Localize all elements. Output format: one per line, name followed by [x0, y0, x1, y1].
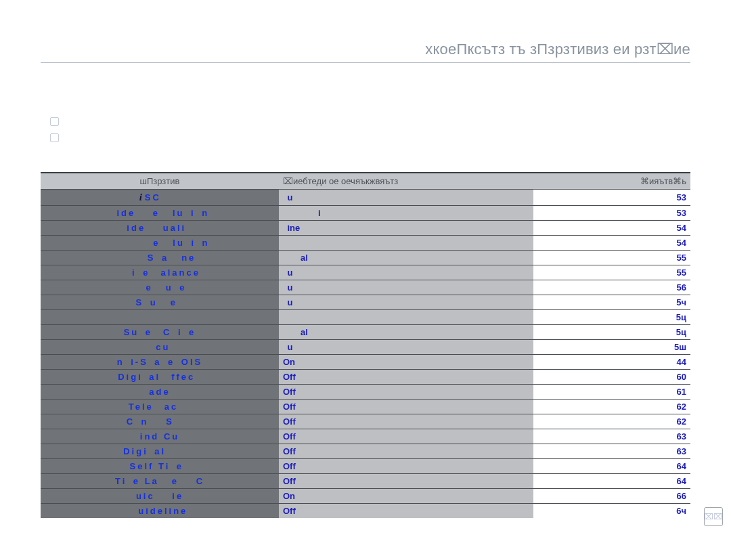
- cell-default: On: [279, 489, 533, 504]
- table-row: S a ne al55: [41, 251, 690, 265]
- cell-page[interactable]: 54: [533, 221, 690, 236]
- divider-top: [41, 62, 690, 63]
- cell-item[interactable]: uic ie: [41, 489, 279, 504]
- cell-page[interactable]: 5ц: [533, 310, 690, 325]
- cell-item-label: ade: [143, 387, 177, 397]
- sub-links: [50, 115, 690, 144]
- cell-page[interactable]: 64: [533, 459, 690, 474]
- cell-default: al: [279, 251, 533, 265]
- sub-link-1-label: [70, 115, 170, 127]
- cell-page[interactable]: 56: [533, 280, 690, 295]
- cell-item[interactable]: Su e C i e: [41, 325, 279, 340]
- cell-default: u: [279, 340, 533, 355]
- cell-page[interactable]: 5ш: [533, 340, 690, 355]
- page-number: ⌧⌧: [704, 507, 723, 526]
- table-row: uic ie On66: [41, 489, 690, 504]
- cell-page[interactable]: 5ч: [533, 295, 690, 310]
- cell-item[interactable]: i e alance: [41, 265, 279, 280]
- cell-item-label: [154, 312, 167, 322]
- cell-item-label: Tele ac: [129, 402, 192, 412]
- cell-default: Off: [279, 459, 533, 474]
- page-title: [41, 78, 690, 99]
- cell-item-label: e lu i n: [110, 238, 210, 248]
- cell-default: Off: [279, 414, 533, 429]
- cell-default: [279, 236, 533, 251]
- cell-page[interactable]: 63: [533, 444, 690, 459]
- cell-item[interactable]: e u e: [41, 280, 279, 295]
- cell-item[interactable]: Digi al ffec: [41, 370, 279, 385]
- chapter-title: хкоеПксътз тъ зПзрзтивиз еи рзт⌧ие: [41, 41, 690, 58]
- cell-item[interactable]: ide uali: [41, 221, 279, 236]
- cell-page[interactable]: 55: [533, 265, 690, 280]
- cell-default: u: [279, 190, 533, 206]
- cell-item-label: ide uali: [120, 223, 199, 233]
- table-row: Su e C i e al5ц: [41, 325, 690, 340]
- cell-page[interactable]: 55: [533, 251, 690, 265]
- cell-item-label: ind Cu: [133, 431, 185, 441]
- cell-page[interactable]: 62: [533, 400, 690, 414]
- cell-item[interactable]: n i-S a e OIS: [41, 355, 279, 370]
- cell-item[interactable]: S u e: [41, 295, 279, 310]
- th-item: шПзрзтив: [41, 173, 279, 190]
- cell-page[interactable]: 5ц: [533, 325, 690, 340]
- cell-item-label: n i-S a e OIS: [110, 357, 208, 367]
- cell-item-label: Ti e La e C: [115, 476, 204, 486]
- cell-default: i: [279, 206, 533, 221]
- table-row: S u e u 5ч: [41, 295, 690, 310]
- cell-page[interactable]: 66: [533, 489, 690, 504]
- cell-default: Off: [279, 400, 533, 414]
- cell-page[interactable]: 53: [533, 190, 690, 206]
- cell-page[interactable]: 62: [533, 414, 690, 429]
- table-row: Ti e La e COff64: [41, 474, 690, 489]
- table-row: Digi al ffec Off60: [41, 370, 690, 385]
- cell-item[interactable]: Ti e La e C: [41, 474, 279, 489]
- table-header-row: шПзрзтив ⌧иебтеди ое оечяъкжвяътз ⌘ияътв…: [41, 173, 690, 190]
- settings-table: шПзрзтив ⌧иебтеди ое оечяъкжвяътз ⌘ияътв…: [41, 173, 690, 518]
- cell-item[interactable]: [41, 310, 279, 325]
- cell-page[interactable]: 61: [533, 385, 690, 400]
- cell-item[interactable]: ide e lu i n: [41, 206, 279, 221]
- cell-page[interactable]: 63: [533, 429, 690, 444]
- cell-item-label: SC: [145, 192, 181, 202]
- table-row: e lu i n 54: [41, 236, 690, 251]
- cell-page[interactable]: 64: [533, 474, 690, 489]
- cell-default: Off: [279, 429, 533, 444]
- cell-item[interactable]: cu: [41, 340, 279, 355]
- cell-item-label: i e alance: [119, 267, 200, 278]
- cell-item-label: uideline: [132, 506, 188, 516]
- bullet-icon: [50, 117, 59, 126]
- cell-item[interactable]: ade: [41, 385, 279, 400]
- sub-link-1[interactable]: [50, 115, 690, 127]
- th-default: ⌧иебтеди ое оечяъкжвяътз: [279, 173, 533, 190]
- cell-item-label: S u e: [136, 297, 184, 307]
- table-row: Digi al Off63: [41, 444, 690, 459]
- cell-page[interactable]: 53: [533, 206, 690, 221]
- cell-item[interactable]: Digi al: [41, 444, 279, 459]
- cell-item[interactable]: iSC: [41, 190, 279, 206]
- cell-page[interactable]: 44: [533, 355, 690, 370]
- cell-page[interactable]: 60: [533, 370, 690, 385]
- cell-item[interactable]: Self Ti e: [41, 459, 279, 474]
- cell-item[interactable]: ind Cu: [41, 429, 279, 444]
- cell-item-label: Digi al ffec: [118, 372, 202, 382]
- cell-page[interactable]: 6ч: [533, 504, 690, 519]
- table-row: ind Cu Off63: [41, 429, 690, 444]
- table-row: e u e u 56: [41, 280, 690, 295]
- cell-default: ine: [279, 221, 533, 236]
- cell-item[interactable]: Tele ac: [41, 400, 279, 414]
- sub-link-2[interactable]: [50, 131, 690, 144]
- cell-item[interactable]: C n S: [41, 414, 279, 429]
- table-row: ade Off61: [41, 385, 690, 400]
- cell-item-label: Self Ti e: [129, 461, 190, 471]
- cell-page[interactable]: 54: [533, 236, 690, 251]
- cell-default: al: [279, 325, 533, 340]
- cell-default: On: [279, 355, 533, 370]
- cell-item-label: e u e: [133, 282, 187, 293]
- cell-item-label: Su e C i e: [124, 327, 196, 337]
- table-row: cu u 5ш: [41, 340, 690, 355]
- cell-item[interactable]: uideline: [41, 504, 279, 519]
- cell-item[interactable]: S a ne: [41, 251, 279, 265]
- table-row: n i-S a e OIS On44: [41, 355, 690, 370]
- cell-item[interactable]: e lu i n: [41, 236, 279, 251]
- table-row: Tele ac Off62: [41, 400, 690, 414]
